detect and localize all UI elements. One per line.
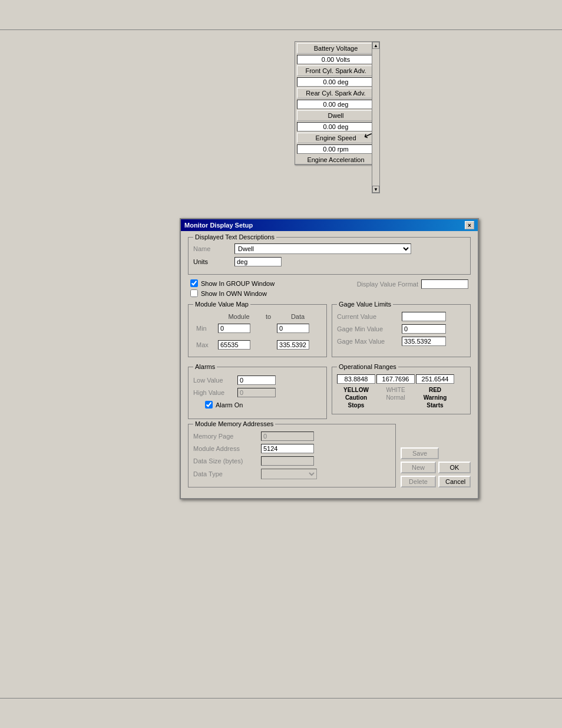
data-type-label: Data Type xyxy=(193,470,261,477)
memory-section: Module Memory Addresses Memory Page Modu… xyxy=(188,424,471,492)
panel-scrollbar[interactable]: ▲ ▼ xyxy=(372,41,380,193)
memory-page-input[interactable] xyxy=(261,431,314,441)
max-module-input[interactable] xyxy=(218,340,250,350)
low-value-label: Low Value xyxy=(193,377,237,384)
min-data-input[interactable] xyxy=(277,324,309,333)
units-input[interactable] xyxy=(234,257,282,266)
panel-item-dwell[interactable]: Dwell xyxy=(297,110,375,121)
middle-panels: Module Value Map Module to Data Min xyxy=(188,304,471,362)
module-address-label: Module Address xyxy=(193,445,261,452)
col-data: Data xyxy=(275,312,320,321)
op-range-val1[interactable] xyxy=(337,374,375,384)
module-value-map-group: Module Value Map Module to Data Min xyxy=(188,304,327,357)
op-label-white: WHITE Normal xyxy=(376,386,415,409)
current-value-label: Current Value xyxy=(337,313,402,320)
module-address-input[interactable] xyxy=(261,444,314,453)
panel-value-battery: 0.00 Volts xyxy=(297,55,375,64)
panel-item-engine-speed[interactable]: Engine Speed xyxy=(297,133,375,143)
gage-max-input[interactable] xyxy=(402,337,446,346)
display-value-format-input[interactable] xyxy=(421,279,468,289)
action-buttons: Save New OK Delete Cancel xyxy=(401,424,471,492)
module-value-map-title: Module Value Map xyxy=(193,301,250,308)
display-value-format-label: Display Value Format xyxy=(357,281,418,288)
min-label: Min xyxy=(196,325,207,332)
show-own-label: Show In OWN Window xyxy=(201,290,267,297)
module-memory-title: Module Memory Addresses xyxy=(193,420,275,427)
panel-list: Battery Voltage 0.00 Volts Front Cyl. Sp… xyxy=(295,41,377,165)
dialog-close-button[interactable]: × xyxy=(465,221,474,229)
high-value-input[interactable] xyxy=(237,388,276,397)
new-ok-row: New OK xyxy=(401,462,471,473)
bottom-panels: Alarms Low Value High Value Alarm On Ope… xyxy=(188,367,471,419)
panel-item-battery-voltage[interactable]: Battery Voltage xyxy=(297,43,375,54)
scroll-up-arrow[interactable]: ▲ xyxy=(372,42,379,49)
new-button[interactable]: New xyxy=(401,462,436,473)
panel-item-front-cyl[interactable]: Front Cyl. Spark Adv. xyxy=(297,65,375,76)
min-module-input[interactable] xyxy=(218,324,250,333)
op-label-red: RED Warning Starts xyxy=(416,386,454,409)
displayed-text-title: Displayed Text Descriptions xyxy=(193,233,276,241)
units-label: Units xyxy=(193,258,234,265)
displayed-text-group: Displayed Text Descriptions Name Dwell U… xyxy=(188,237,471,275)
data-size-input[interactable] xyxy=(261,456,314,466)
gage-value-limits-title: Gage Value Limits xyxy=(337,301,393,308)
max-label: Max xyxy=(196,341,209,348)
monitor-display-setup-dialog: Monitor Display Setup × Displayed Text D… xyxy=(180,218,479,499)
panel-value-rear-cyl: 0.00 deg xyxy=(297,100,375,109)
bottom-divider xyxy=(0,698,562,699)
alarm-on-label: Alarm On xyxy=(216,401,243,409)
dialog-title: Monitor Display Setup xyxy=(184,222,253,229)
save-button[interactable]: Save xyxy=(401,447,439,459)
gage-value-limits-group: Gage Value Limits Current Value Gage Min… xyxy=(332,304,471,357)
show-group-checkbox[interactable] xyxy=(190,279,198,287)
op-range-val3[interactable] xyxy=(416,374,454,384)
panel-value-front-cyl: 0.00 deg xyxy=(297,77,375,87)
gage-min-label: Gage Min Value xyxy=(337,325,402,332)
alarms-title: Alarms xyxy=(193,363,217,370)
delete-button[interactable]: Delete xyxy=(401,476,436,487)
name-label: Name xyxy=(193,245,234,252)
ok-button[interactable]: OK xyxy=(438,462,471,473)
current-value-input[interactable] xyxy=(402,312,446,321)
name-dropdown[interactable]: Dwell xyxy=(234,243,411,254)
checkboxes-section: Show In GROUP Window Show In OWN Window xyxy=(190,279,275,299)
memory-page-label: Memory Page xyxy=(193,433,261,440)
max-data-input[interactable] xyxy=(277,340,309,350)
panel-item-engine-accel: Engine Acceleration xyxy=(295,155,376,164)
high-value-label: High Value xyxy=(193,389,237,396)
dialog-body: Displayed Text Descriptions Name Dwell U… xyxy=(181,231,478,498)
show-own-checkbox[interactable] xyxy=(190,289,198,297)
module-memory-group: Module Memory Addresses Memory Page Modu… xyxy=(188,424,396,487)
panel-item-rear-cyl[interactable]: Rear Cyl. Spark Adv. xyxy=(297,88,375,98)
data-type-dropdown[interactable] xyxy=(261,469,317,479)
op-range-val2[interactable] xyxy=(376,374,415,384)
gage-min-input[interactable] xyxy=(402,324,446,334)
data-size-label: Data Size (bytes) xyxy=(193,457,261,465)
scroll-down-arrow[interactable]: ▼ xyxy=(372,186,379,193)
show-group-label: Show In GROUP Window xyxy=(201,280,275,287)
operational-ranges-title: Operational Ranges xyxy=(337,363,398,370)
display-value-format-section: Display Value Format xyxy=(357,279,468,289)
op-label-yellow: YELLOW Caution Stops xyxy=(337,386,375,409)
alarms-group: Alarms Low Value High Value Alarm On xyxy=(188,367,327,419)
col-to: to xyxy=(263,312,274,321)
col-module: Module xyxy=(216,312,262,321)
operational-ranges-group: Operational Ranges YELLOW Caution Stops xyxy=(332,367,471,414)
low-value-input[interactable] xyxy=(237,375,276,385)
panel-value-engine-speed: 0.00 rpm xyxy=(297,144,375,154)
dialog-titlebar: Monitor Display Setup × xyxy=(181,219,478,231)
top-divider xyxy=(0,29,562,30)
panel-value-dwell: 0.00 deg xyxy=(297,122,375,131)
gage-max-label: Gage Max Value xyxy=(337,338,402,345)
alarm-on-checkbox[interactable] xyxy=(205,401,213,409)
cancel-button[interactable]: Cancel xyxy=(438,476,471,487)
delete-cancel-row: Delete Cancel xyxy=(401,476,471,487)
